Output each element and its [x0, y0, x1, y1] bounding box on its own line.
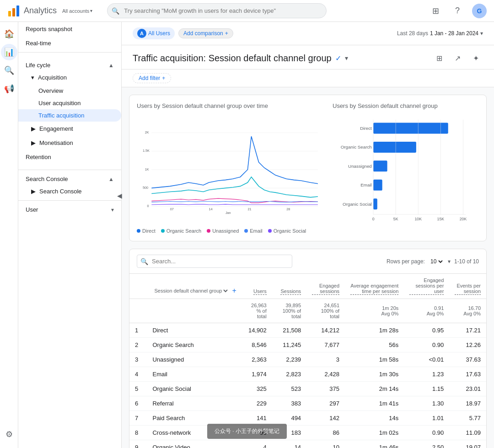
- add-col-button[interactable]: +: [232, 287, 236, 295]
- search-console-section-header[interactable]: Search Console ▲: [18, 172, 121, 184]
- row-channel[interactable]: Organic Social: [147, 382, 242, 396]
- chart-legend: Direct Organic Search Unassigned: [137, 228, 322, 234]
- table-search-input[interactable]: [137, 255, 292, 268]
- add-comparison-button[interactable]: Add comparison +: [178, 28, 233, 38]
- row-avg-eng: 1m 30s: [345, 367, 404, 382]
- table-row: 4 Email 1,974 2,823 2,428 1m 30s 1.23 17…: [129, 367, 486, 382]
- all-users-badge[interactable]: A All Users: [133, 27, 175, 39]
- add-comparison-label: Add comparison: [183, 30, 223, 37]
- engaged-header-label: Engaged sessions: [312, 283, 339, 295]
- nav-acquisition[interactable]: ▾ Acquisition: [18, 70, 121, 85]
- users-header-label: Users: [253, 288, 267, 295]
- insights-button[interactable]: ✦: [468, 51, 483, 65]
- explore-icon[interactable]: 🔍: [1, 62, 17, 79]
- row-channel[interactable]: Paid Search: [147, 411, 242, 426]
- svg-text:15K: 15K: [437, 217, 445, 221]
- row-users: 8,546: [242, 338, 272, 352]
- bar-email: [373, 180, 382, 191]
- search-console-section-label: Search Console: [26, 176, 68, 182]
- nav-search-console[interactable]: ▶ Search Console: [18, 184, 121, 198]
- topbar-search-input[interactable]: [107, 3, 327, 18]
- divider2: [18, 170, 121, 170]
- row-channel[interactable]: Direct: [147, 323, 242, 338]
- channel-group-select[interactable]: Session default channel group: [152, 288, 229, 294]
- row-channel[interactable]: Email: [147, 367, 242, 382]
- col-channel-header[interactable]: Session default channel group +: [147, 274, 242, 299]
- events-header-label: Events per session: [455, 283, 481, 295]
- dates-label: 1 Jan - 28 Jan 2024: [430, 30, 478, 37]
- divider1: [18, 52, 121, 53]
- col-eng-per-user-header[interactable]: Engaged sessions per user: [404, 274, 449, 299]
- charts-area: Users by Session default channel group o…: [129, 95, 487, 241]
- row-sessions: 21,508: [272, 323, 306, 338]
- row-eng-per-user: 1.01: [404, 411, 449, 426]
- svg-text:Organic Social: Organic Social: [343, 202, 372, 207]
- nav-real-time[interactable]: Real-time: [18, 36, 121, 50]
- eng-per-user-header-label: Engaged sessions per user: [409, 277, 444, 295]
- svg-text:Organic Search: Organic Search: [341, 144, 372, 149]
- row-channel[interactable]: Organic Search: [147, 338, 242, 352]
- customize-button[interactable]: ⊞: [432, 51, 446, 65]
- home-icon[interactable]: 🏠: [1, 26, 17, 42]
- lifecycle-section-header[interactable]: Life cycle ▲: [18, 58, 121, 70]
- settings-icon[interactable]: ⚙: [1, 426, 17, 443]
- lifecycle-label: Life cycle: [26, 62, 50, 69]
- table-row: 2 Organic Search 8,546 11,245 7,677 56s …: [129, 338, 486, 352]
- row-channel[interactable]: Referral: [147, 396, 242, 411]
- nav-monetisation[interactable]: ▶ Monetisation: [18, 136, 121, 150]
- totals-events-cell: 16.70 Avg 0%: [449, 299, 486, 323]
- help-icon[interactable]: ?: [450, 4, 465, 18]
- row-engaged: 2,428: [306, 367, 345, 382]
- col-events-header[interactable]: Events per session: [449, 274, 486, 299]
- nav-user-acquisition[interactable]: User acquisition: [18, 97, 121, 109]
- nav-traffic-acquisition[interactable]: Traffic acquisition: [18, 109, 121, 122]
- svg-text:Unassigned: Unassigned: [348, 164, 372, 169]
- totals-sessions-cell: 39,895 100% of total: [272, 299, 306, 323]
- svg-text:0: 0: [372, 217, 375, 221]
- share-button[interactable]: ↗: [450, 51, 465, 65]
- charts-row: Users by Session default channel group o…: [137, 102, 479, 234]
- reports-snapshot-label: Reports snapshot: [26, 26, 72, 32]
- totals-users-cell: 26,963 % of total: [242, 299, 272, 323]
- user-avatar[interactable]: G: [472, 4, 487, 18]
- real-time-label: Real-time: [26, 40, 51, 47]
- title-caret-icon[interactable]: ▾: [345, 54, 348, 62]
- row-channel[interactable]: Organic Video: [147, 440, 242, 448]
- filter-row: Add filter +: [122, 69, 494, 87]
- analytics-logo-icon: [7, 5, 20, 17]
- row-channel[interactable]: Unassigned: [147, 352, 242, 367]
- logo: Analytics: [7, 5, 57, 17]
- nav-reports-snapshot[interactable]: Reports snapshot: [18, 22, 121, 36]
- row-events: 23.01: [449, 382, 486, 396]
- col-users-header[interactable]: Users: [242, 274, 272, 299]
- reports-icon[interactable]: 📊: [1, 44, 17, 60]
- row-channel[interactable]: Cross-network: [147, 426, 242, 440]
- divider3: [18, 200, 121, 201]
- nav-overview[interactable]: Overview: [18, 85, 121, 97]
- bar-social: [373, 198, 377, 209]
- svg-text:Jan: Jan: [226, 211, 231, 215]
- svg-text:20K: 20K: [460, 217, 467, 221]
- add-filter-button[interactable]: Add filter +: [133, 73, 171, 83]
- date-range[interactable]: Last 28 days 1 Jan - 28 Jan 2024 ▾: [397, 30, 483, 37]
- col-avg-eng-header[interactable]: Average engagement time per session: [345, 274, 404, 299]
- nav-engagement[interactable]: ▶ Engagement: [18, 122, 121, 136]
- user-section-header[interactable]: User ▾: [18, 203, 121, 215]
- apps-icon[interactable]: ⊞: [428, 4, 443, 18]
- row-num: 3: [129, 352, 147, 367]
- legend-dot-organic: [161, 229, 165, 233]
- legend-dot-direct: [137, 229, 140, 233]
- nav-retention[interactable]: Retention: [18, 150, 121, 164]
- advertising-icon[interactable]: 📢: [1, 80, 17, 97]
- col-engaged-header[interactable]: Engaged sessions: [306, 274, 345, 299]
- rows-per-page-select[interactable]: 10 25 50: [429, 258, 444, 265]
- row-users: 325: [242, 382, 272, 396]
- title-check-icon: ✓: [335, 54, 341, 63]
- all-accounts-link[interactable]: All accounts: [62, 8, 92, 14]
- row-eng-per-user: 2.50: [404, 440, 449, 448]
- row-events: 11.09: [449, 426, 486, 440]
- collapse-nav-button[interactable]: ◀: [117, 192, 122, 199]
- col-sessions-header[interactable]: Sessions: [272, 274, 306, 299]
- legend-dot-unassigned: [207, 229, 210, 233]
- svg-text:1K: 1K: [145, 167, 149, 171]
